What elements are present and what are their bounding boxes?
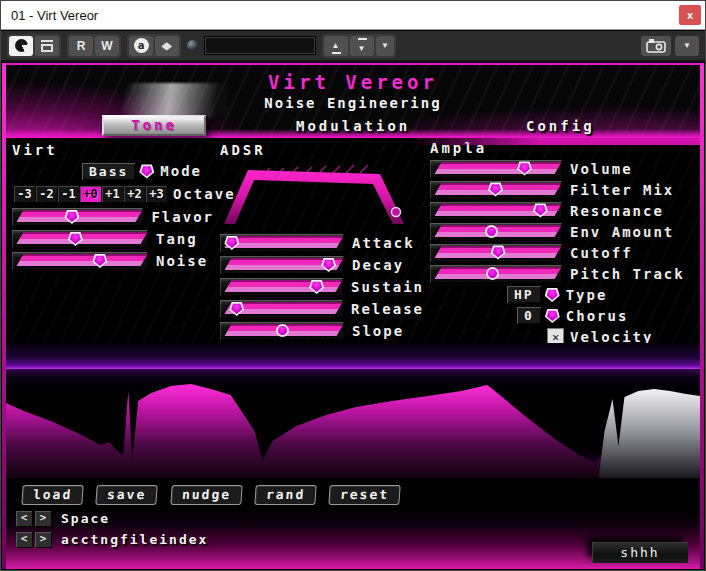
slider-track — [17, 254, 148, 266]
volume-slider[interactable] — [430, 160, 562, 178]
preset-name: Space — [61, 511, 110, 526]
pitch-track-slider[interactable] — [430, 265, 562, 283]
slider-label: Flavor — [151, 209, 214, 225]
octave--3[interactable]: +3 — [146, 186, 167, 202]
automation-button[interactable]: a — [129, 36, 153, 56]
slider-row: Noise — [12, 250, 214, 272]
dropdown-gem-icon[interactable] — [545, 287, 560, 302]
attack-slider[interactable] — [220, 234, 344, 252]
divider-band — [6, 343, 700, 369]
slider-label: Env Amount — [570, 224, 674, 240]
filter-mix-slider[interactable] — [430, 181, 562, 199]
slider-row: Pitch Track — [430, 263, 704, 284]
dropdown-gem-icon[interactable] — [139, 164, 154, 179]
slider-row: Sustain — [220, 276, 424, 298]
preset-nav-group: ▲ ▼ ▼ — [322, 34, 396, 58]
shhh-button[interactable]: shhh — [592, 542, 688, 563]
preset-menu-button[interactable]: ▼ — [376, 36, 394, 56]
env-amount-slider[interactable] — [430, 223, 562, 241]
tab-tone[interactable]: Tone — [102, 115, 206, 136]
resonance-slider[interactable] — [430, 202, 562, 220]
octave--3[interactable]: -3 — [14, 186, 35, 202]
cutoff-slider[interactable] — [430, 244, 562, 262]
reset-button[interactable]: reset — [328, 485, 401, 505]
octave--2[interactable]: +2 — [124, 186, 145, 202]
slider-label: Release — [351, 301, 424, 317]
slider-row: Release — [220, 298, 424, 320]
slider-row: Tang — [12, 228, 214, 250]
preset-name-field[interactable] — [204, 36, 316, 55]
spin-up-icon: ▲ — [332, 41, 340, 50]
mode-label: Mode — [160, 163, 202, 179]
plugin-title: Virt Vereor — [2, 71, 704, 93]
virt-section-label: Virt — [12, 142, 214, 160]
mode-row: Bass Mode — [82, 160, 214, 182]
power-icon — [15, 39, 28, 52]
slider-track — [225, 280, 343, 292]
rand-button[interactable]: rand — [254, 485, 317, 505]
octave--0[interactable]: +0 — [80, 186, 101, 202]
dropdown-gem-icon[interactable] — [545, 308, 560, 323]
flavor-slider[interactable] — [12, 208, 143, 226]
load-button[interactable]: load — [21, 485, 84, 505]
titlebar[interactable]: 01 - Virt Vereor x — [1, 1, 705, 30]
chorus-dropdown[interactable]: 0 — [517, 307, 541, 324]
slider-row: Env Amount — [430, 221, 704, 242]
preset-previous-button[interactable]: ▲ — [324, 36, 348, 56]
adsr-panel: ADSR Atta — [220, 142, 424, 342]
mode-dropdown[interactable]: Bass — [82, 163, 135, 180]
slider-label: Volume — [570, 161, 633, 177]
octave--1[interactable]: -1 — [58, 186, 79, 202]
tab-config[interactable]: Config — [526, 118, 595, 134]
controls-area: Virt Bass Mode -3-2-1+0+1+2+3 Octave Fla… — [6, 138, 700, 343]
octave--2[interactable]: -2 — [36, 186, 57, 202]
plugin-window: 01 - Virt Vereor x R W a ◆ ▲ ▼ ▼ — [0, 0, 706, 571]
preset-prev-button[interactable]: < — [16, 532, 32, 547]
tang-slider[interactable] — [12, 230, 148, 248]
host-toolbar: R W a ◆ ▲ ▼ ▼ ▼ — [1, 31, 705, 62]
slider-label: Cutoff — [570, 245, 633, 261]
slider-row: Volume — [430, 158, 704, 179]
noise-slider[interactable] — [12, 252, 148, 270]
plugin-subtitle: Noise Engineering — [2, 95, 704, 111]
slider-round-handle — [486, 267, 499, 280]
preset-next-button[interactable]: > — [35, 532, 51, 547]
slider-label: Resonance — [570, 203, 664, 219]
plugin-header: Virt Vereor Noise Engineering ToneModula… — [2, 63, 704, 138]
chorus-row: 0 Chorus — [430, 305, 704, 326]
sustain-slider[interactable] — [220, 278, 343, 296]
read-automation-button[interactable]: R — [69, 36, 93, 56]
snapshot-button[interactable] — [641, 36, 671, 56]
octave-row: -3-2-1+0+1+2+3 Octave — [14, 183, 214, 204]
save-button[interactable]: save — [96, 485, 159, 505]
tab-modulation[interactable]: Modulation — [296, 118, 410, 134]
slider-label: Noise — [156, 253, 208, 269]
preset-next-button[interactable]: > — [35, 511, 51, 526]
release-slider[interactable] — [220, 300, 343, 318]
waveform-display — [6, 369, 700, 478]
ampla-sliders: Volume Filter Mix Resonance Env Amount C… — [430, 158, 704, 284]
activate-button[interactable] — [9, 36, 33, 56]
adsr-sliders: Attack Decay Sustain Release Slope — [220, 232, 424, 342]
switch-editor-button[interactable]: ◆ — [155, 36, 179, 56]
slider-row: Decay — [220, 254, 424, 276]
slider-row: Flavor — [12, 206, 214, 228]
camera-icon — [646, 38, 666, 53]
decay-slider[interactable] — [220, 256, 344, 274]
filter-type-dropdown[interactable]: HP — [507, 286, 541, 303]
bypass-button[interactable] — [35, 36, 59, 56]
octave--1[interactable]: +1 — [102, 186, 123, 202]
slope-slider[interactable] — [220, 322, 344, 340]
nudge-button[interactable]: nudge — [170, 485, 243, 505]
preset-prev-button[interactable]: < — [16, 511, 32, 526]
slider-label: Slope — [352, 323, 404, 339]
slider-label: Tang — [156, 231, 198, 247]
slider-label: Decay — [352, 257, 404, 273]
window-menu-button[interactable]: ▼ — [675, 36, 699, 56]
write-automation-button[interactable]: W — [95, 36, 119, 56]
close-button[interactable]: x — [679, 5, 701, 25]
slider-label: Attack — [352, 235, 415, 251]
virt-sliders: Flavor Tang Noise — [12, 206, 214, 272]
slider-row: Cutoff — [430, 242, 704, 263]
preset-next-button[interactable]: ▼ — [350, 36, 374, 56]
